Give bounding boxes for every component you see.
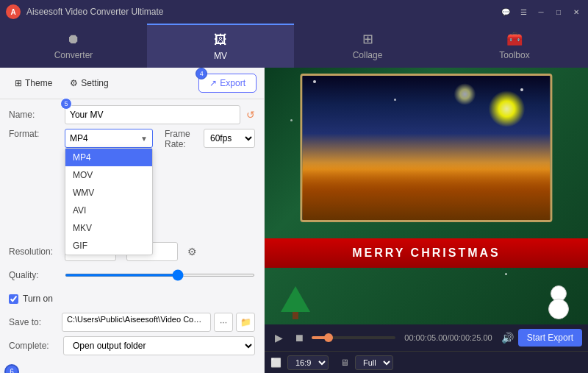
snow-dot (394, 99, 396, 101)
format-field-label: Format: (9, 129, 59, 139)
menu-icon[interactable]: ☰ (517, 6, 529, 18)
snowman (548, 285, 569, 319)
titlebar: A Aiseesoft Video Converter Ultimate 💬 ☰… (0, 0, 588, 24)
city-photo (300, 74, 552, 222)
saveto-row: Save to: C:\Users\Public\Aiseesoft\Video… (9, 313, 255, 332)
gear-icon: ⚙ (70, 78, 78, 88)
maximize-icon[interactable]: □ (553, 6, 564, 18)
resolution-label: Resolution: (9, 246, 59, 257)
tab-converter-label: Converter (54, 50, 93, 60)
close-icon[interactable]: ✕ (570, 6, 582, 18)
time-total: 00:00:25.00 (450, 333, 492, 342)
format-option-mp4[interactable]: MP4 (65, 149, 152, 166)
quality-row: Quality: (9, 266, 255, 285)
snow-dot (520, 88, 523, 91)
format-row: Format: MP4 ▼ MP4 MOV WMV AVI MKV GIF (9, 129, 255, 149)
format-dropdown: MP4 MOV WMV AVI MKV GIF (65, 148, 153, 255)
quality-label: Quality: (9, 270, 59, 280)
snow-dot (290, 119, 293, 121)
complete-label: Complete: (9, 341, 59, 351)
mv-icon: 🖼 (214, 32, 227, 48)
christmas-card-preview: MERRY CHRISTMAS (265, 68, 588, 324)
resolution-gear-icon[interactable]: ⚙ (184, 244, 200, 260)
format-value: MP4 (70, 133, 140, 143)
badge-6: 6 (4, 364, 19, 373)
quality-slider[interactable] (65, 274, 255, 277)
tab-toolbox[interactable]: 🧰 Toolbox (441, 24, 588, 68)
time-display: 00:00:05.00/00:00:25.00 (404, 333, 492, 342)
view-mode-select[interactable]: Full (355, 355, 393, 370)
name-field-label: Name: (9, 110, 59, 120)
tab-mv-label: MV (214, 51, 227, 61)
subtab-bar: ⊞ Theme ⚙ Setting 4 ↗ Export (0, 68, 264, 99)
fps-select[interactable]: 60fps (204, 129, 255, 148)
turnon-label: Turn on (23, 294, 53, 304)
refresh-icon[interactable]: ↺ (246, 109, 255, 121)
volume-icon[interactable]: 🔊 (501, 332, 514, 344)
setting-label: Setting (81, 78, 108, 88)
saveto-more-btn[interactable]: ··· (214, 313, 233, 332)
turnon-row: Turn on (9, 289, 255, 308)
minimize-icon[interactable]: ─ (535, 6, 547, 18)
time-current: 00:00:05.00 (404, 333, 447, 342)
saveto-label: Save to: (9, 317, 59, 327)
monitor-icon: 🖥 (340, 358, 349, 368)
theme-tab[interactable]: ⊞ Theme (7, 75, 60, 91)
saveto-path: C:\Users\Public\Aiseesoft\Video Converte… (62, 313, 211, 332)
main-content: ⊞ Theme ⚙ Setting 4 ↗ Export Name: ↺ (0, 68, 588, 373)
nav-tabs: ⏺ Converter 🖼 MV ⊞ Collage 🧰 Toolbox (0, 24, 588, 68)
turnon-checkbox[interactable] (9, 294, 18, 304)
stop-button[interactable]: ⏹ (291, 330, 307, 346)
play-button[interactable]: ▶ (270, 330, 287, 346)
format-option-mov[interactable]: MOV (65, 166, 152, 184)
controls-bar: ▶ ⏹ 00:00:05.00/00:00:25.00 🔊 Start Expo… (265, 324, 588, 351)
video-preview: MERRY CHRISTMAS (265, 68, 588, 324)
complete-select[interactable]: Open output folder (63, 336, 255, 355)
tab-collage-label: Collage (353, 50, 383, 60)
xmas-tree (281, 286, 310, 319)
toolbox-icon: 🧰 (506, 31, 523, 47)
format-option-mkv[interactable]: MKV (65, 219, 152, 237)
collage-icon: ⊞ (362, 31, 373, 47)
export-icon: ↗ (209, 78, 217, 88)
right-panel: MERRY CHRISTMAS (265, 68, 588, 373)
format-option-gif[interactable]: GIF (65, 237, 152, 255)
fireworks-display (489, 90, 526, 127)
aspect-icon: ⬜ (270, 358, 282, 368)
aspect-ratio-bar: ⬜ 16:9 🖥 Full (265, 351, 588, 373)
left-panel: ⊞ Theme ⚙ Setting 4 ↗ Export Name: ↺ (0, 68, 265, 373)
setting-tab[interactable]: ⚙ Setting (62, 75, 115, 91)
fps-select-wrapper: 60fps (201, 129, 255, 148)
start-export-right-button[interactable]: Start Export (518, 329, 582, 347)
app-logo: A (6, 4, 21, 19)
christmas-ribbon: MERRY CHRISTMAS (265, 238, 588, 268)
grid-icon: ⊞ (15, 78, 22, 88)
export-tab[interactable]: ↗ Export (198, 74, 257, 93)
ribbon-text: MERRY CHRISTMAS (352, 246, 500, 260)
theme-label: Theme (25, 78, 52, 88)
export-label: Export (220, 78, 245, 88)
tab-toolbox-label: Toolbox (499, 50, 529, 60)
chat-icon[interactable]: 💬 (500, 6, 512, 18)
format-option-avi[interactable]: AVI (65, 202, 152, 219)
saveto-folder-btn[interactable]: 📁 (236, 313, 255, 332)
format-select[interactable]: MP4 ▼ (65, 129, 153, 148)
format-dropdown-wrapper: MP4 ▼ MP4 MOV WMV AVI MKV GIF (65, 129, 153, 148)
chevron-down-icon: ▼ (140, 135, 148, 143)
aspect-ratio-select[interactable]: 16:9 (287, 355, 329, 370)
converter-icon: ⏺ (67, 32, 80, 47)
framerate-label: Frame Rate: (165, 129, 195, 149)
tab-collage[interactable]: ⊞ Collage (294, 24, 441, 68)
progress-bar[interactable] (312, 336, 395, 339)
format-option-wmv[interactable]: WMV (65, 184, 152, 202)
complete-row: Complete: Open output folder (9, 336, 255, 355)
progress-thumb (324, 333, 333, 342)
export-form: Name: ↺ 5 Format: MP4 ▼ MP4 MOV (0, 99, 264, 361)
name-row: Name: ↺ 5 (9, 105, 255, 124)
tab-mv[interactable]: 🖼 MV (147, 24, 294, 68)
city-lights (302, 163, 550, 221)
name-input[interactable] (65, 105, 240, 124)
window-controls: 💬 ☰ ─ □ ✕ (500, 6, 582, 18)
tab-converter[interactable]: ⏺ Converter (0, 24, 147, 68)
app-title: Aiseesoft Video Converter Ultimate (26, 7, 500, 17)
